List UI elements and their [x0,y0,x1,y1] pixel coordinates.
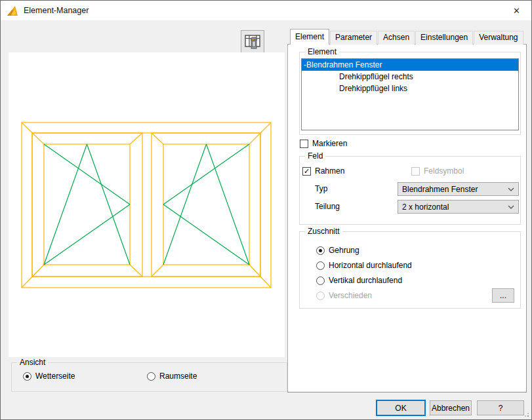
checkbox-box [300,140,308,148]
tab-verwaltung[interactable]: Verwaltung [474,31,523,45]
tab-element[interactable]: Element [290,29,329,45]
radio-horizontal-durchlaufend[interactable]: Horizontal durchlaufend [316,261,412,270]
help-button[interactable]: ? [477,400,524,415]
checkbox-box: ✓ [302,167,311,176]
teilung-label: Teilung [315,202,340,211]
radio-dot [23,372,31,381]
combobox-value: Blendrahmen Fenster [402,185,478,194]
list-item[interactable]: Drehkippflügel rechts [302,71,518,83]
ansicht-group: Ansicht Wetterseite Raumseite [11,362,287,392]
close-icon[interactable]: ✕ [502,1,531,20]
checkbox-feldsymbol: Feldsymbol [411,166,464,176]
radio-wetterseite[interactable]: Wetterseite [23,372,75,381]
resize-grip[interactable] [522,410,529,417]
chevron-down-icon [508,205,514,209]
radio-label: Vertikal durchlaufend [329,276,402,285]
element-group-label: Element [305,47,339,56]
radio-raumseite[interactable]: Raumseite [147,372,197,381]
check-icon: ✓ [304,168,310,175]
window-elevation-drawing [9,52,285,357]
tab-achsen[interactable]: Achsen [378,31,415,45]
window-element-tool-icon [244,33,261,50]
radio-dot [316,292,325,300]
radio-dot [316,246,325,255]
preview-tool-button[interactable] [241,30,264,54]
radio-label: Horizontal durchlaufend [329,261,412,270]
typ-label: Typ [315,184,327,193]
tab-strip: Element Parameter Achsen Einstellungen V… [290,30,524,45]
teilung-combobox[interactable]: 2 x horizontal [398,200,519,214]
ansicht-group-label: Ansicht [17,358,48,367]
element-preview [9,52,285,357]
typ-combobox[interactable]: Blendrahmen Fenster [398,182,519,196]
radio-vertikal-durchlaufend[interactable]: Vertikal durchlaufend [316,276,402,285]
checkbox-box [411,167,420,176]
chevron-down-icon [508,187,514,191]
list-item[interactable]: -Blendrahmen Fenster [302,59,518,71]
checkbox-rahmen[interactable]: ✓ Rahmen [302,166,344,176]
cancel-button[interactable]: Abbrechen [430,400,472,415]
tab-einstellungen[interactable]: Einstellungen [415,31,473,45]
tab-parameter[interactable]: Parameter [330,31,377,45]
dialog-title: Element-Manager [24,6,89,15]
element-manager-dialog: Element-Manager ✕ [0,0,532,420]
radio-dot [316,277,325,285]
radio-gehrung[interactable]: Gehrung [316,246,359,255]
titlebar: Element-Manager ✕ [1,1,531,20]
radio-dot [316,261,325,270]
radio-label: Wetterseite [35,372,75,381]
element-listbox[interactable]: -Blendrahmen Fenster Drehkippflügel rech… [301,58,519,130]
checkbox-label: Markieren [312,139,347,148]
verschieden-more-button[interactable]: ... [492,288,514,303]
checkbox-label: Rahmen [315,166,344,176]
checkbox-markieren[interactable]: Markieren [300,139,347,148]
list-item[interactable]: Drehkippflügel links [302,83,518,94]
radio-label: Gehrung [329,246,359,255]
allplan-logo-icon [7,5,19,16]
radio-dot [147,372,155,381]
radio-label: Raumseite [159,372,197,381]
radio-verschieden: Verschieden [316,291,372,300]
radio-label: Verschieden [329,291,372,300]
checkbox-label: Feldsymbol [424,166,464,176]
ok-button[interactable]: OK [376,400,426,416]
zuschnitt-group-label: Zuschnitt [305,227,342,236]
combobox-value: 2 x horizontal [402,202,449,212]
tab-page-element: Element -Blendrahmen Fenster Drehkippflü… [287,44,527,392]
feld-group-label: Feld [305,151,325,161]
